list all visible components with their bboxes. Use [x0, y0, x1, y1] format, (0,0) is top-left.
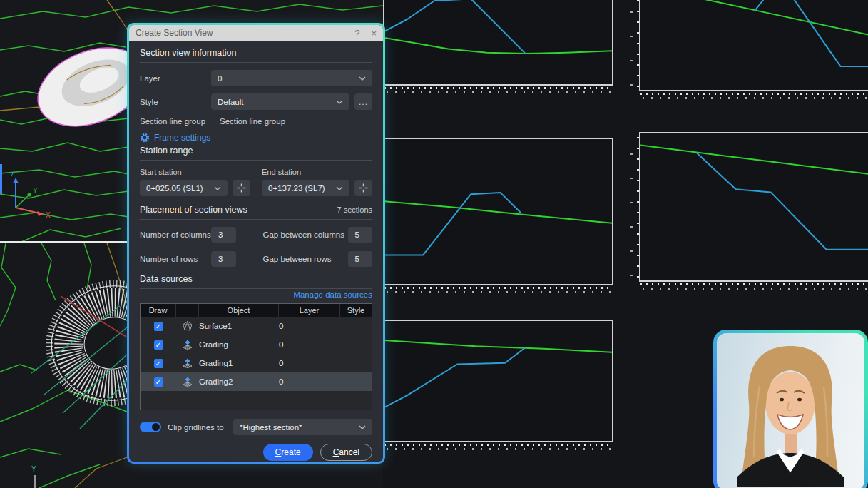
station-labels	[643, 288, 868, 290]
frame-settings-link[interactable]: Frame settings	[140, 133, 372, 143]
station-ticks	[640, 93, 868, 95]
start-station-select[interactable]: 0+025.05 (SL1)	[140, 180, 228, 196]
style-label: Style	[140, 98, 211, 106]
draw-checkbox[interactable]: ✓	[154, 359, 163, 368]
svg-text:X: X	[46, 211, 51, 219]
gap-between-rows-input[interactable]: 5	[348, 251, 373, 267]
svg-text:Z: Z	[11, 170, 15, 178]
number-of-rows-label: Number of rows	[140, 255, 211, 263]
presenter-avatar	[717, 333, 864, 488]
draw-checkbox[interactable]: ✓	[154, 322, 163, 331]
section-view-panel-5	[383, 320, 613, 442]
chevron-down-icon	[336, 186, 343, 190]
green-contours	[0, 243, 127, 488]
style-browse-button[interactable]: ...	[354, 93, 372, 110]
elevation-labels	[630, 0, 633, 86]
station-ticks	[384, 87, 612, 89]
section-view-panel-1	[383, 0, 613, 86]
station-ticks	[384, 287, 612, 289]
table-row[interactable]: ✓ Grading 0	[141, 335, 372, 354]
clip-gridlines-select[interactable]: *Highest section*	[233, 419, 372, 435]
data-sources-header: Data sources	[140, 274, 372, 289]
dialog-titlebar[interactable]: Create Section View ? ×	[129, 25, 383, 41]
dialog-title: Create Section View	[136, 28, 213, 38]
section-line-group-value: Section line group	[220, 117, 285, 126]
start-station-label: Start station	[140, 168, 250, 176]
chevron-down-icon	[359, 76, 366, 81]
number-of-columns-input[interactable]: 3	[211, 227, 236, 243]
layer-label: Layer	[140, 74, 211, 83]
surface-icon	[176, 320, 199, 332]
section-lines	[31, 306, 127, 429]
chevron-down-icon	[359, 425, 366, 429]
clip-gridlines-toggle[interactable]	[140, 422, 161, 432]
placement-header: Placement of section views 7 sections	[140, 205, 372, 220]
table-row-selected[interactable]: ✓ Grading2 0	[141, 372, 372, 391]
create-button[interactable]: Create	[263, 444, 313, 461]
section-view-panel-4	[639, 132, 868, 282]
station-labels	[387, 91, 612, 93]
svg-text:Y: Y	[33, 187, 38, 195]
data-sources-table: Draw Object Layer Style ✓ Surface1 0	[140, 303, 372, 410]
ucs-axis-bottom: Y	[31, 465, 36, 488]
station-ticks	[640, 283, 868, 285]
end-station-label: End station	[262, 168, 372, 176]
viewport-edge-marker	[0, 164, 2, 194]
gear-icon	[140, 133, 150, 143]
elevation-labels	[630, 141, 633, 276]
draw-checkbox[interactable]: ✓	[154, 377, 163, 387]
section-view-panel-3	[383, 138, 613, 285]
layer-select[interactable]: 0	[211, 70, 372, 86]
station-ticks	[384, 444, 612, 446]
cancel-button[interactable]: Cancel	[320, 444, 372, 461]
clip-gridlines-label: Clip gridlines to	[168, 423, 233, 432]
start-station-pick-button[interactable]	[233, 180, 250, 196]
grading-icon	[176, 339, 199, 350]
grading-icon	[176, 357, 199, 369]
style-select[interactable]: Default	[211, 93, 349, 110]
end-station-pick-button[interactable]	[354, 180, 372, 196]
webcam-overlay	[713, 330, 868, 488]
section-view-panel-2	[639, 0, 868, 91]
help-icon[interactable]: ?	[354, 28, 359, 39]
station-range-header: Station range	[140, 146, 372, 161]
gap-between-columns-input[interactable]: 5	[348, 227, 373, 243]
elevation-ticks	[637, 136, 639, 278]
section-view-information-header: Section view information	[140, 48, 372, 63]
table-header: Draw Object Layer Style	[141, 304, 372, 317]
chevron-down-icon	[214, 186, 221, 190]
table-row[interactable]: ✓ Surface1 0	[141, 317, 372, 335]
svg-text:Y: Y	[31, 465, 36, 473]
close-icon[interactable]: ×	[371, 28, 377, 39]
grading-icon	[176, 376, 199, 387]
gap-between-rows-label: Gap between rows	[263, 255, 348, 263]
number-of-columns-label: Number of columns	[140, 230, 211, 239]
station-labels	[387, 448, 612, 450]
station-labels	[387, 291, 612, 293]
station-labels	[643, 97, 868, 99]
number-of-rows-input[interactable]: 3	[211, 251, 236, 267]
draw-checkbox[interactable]: ✓	[154, 340, 163, 350]
elevation-ticks	[637, 0, 639, 87]
manage-data-sources-link[interactable]: Manage data sources	[293, 290, 372, 299]
table-row[interactable]: ✓ Grading1 0	[141, 354, 372, 372]
create-section-view-dialog: Create Section View ? × Section view inf…	[127, 23, 385, 464]
section-line-group-label: Section line group	[140, 117, 220, 126]
chevron-down-icon	[336, 100, 343, 104]
gap-between-columns-label: Gap between columns	[263, 230, 348, 239]
sections-count: 7 sections	[337, 205, 372, 214]
end-station-select[interactable]: 0+137.23 (SL7)	[262, 180, 349, 196]
